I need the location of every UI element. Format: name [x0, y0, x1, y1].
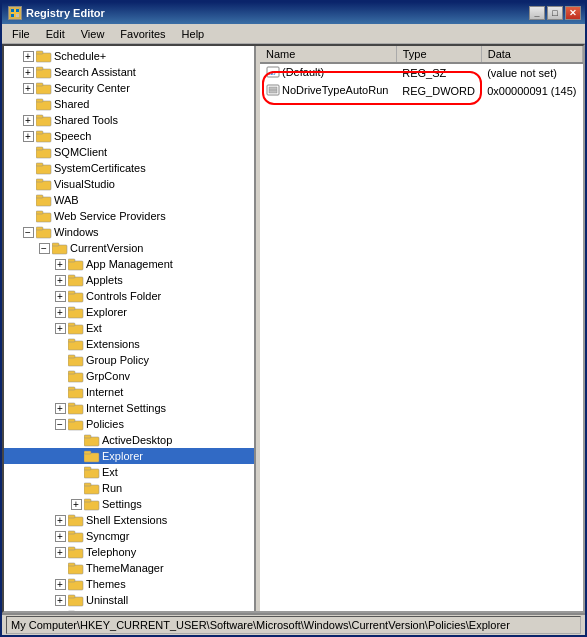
toggle-appmanagement[interactable]	[52, 256, 68, 272]
label-run: Run	[102, 482, 122, 494]
toggle-telephony[interactable]	[52, 544, 68, 560]
tree-item-settings[interactable]: Settings	[4, 496, 254, 512]
toggle-policies[interactable]	[52, 416, 68, 432]
tree-item-uninstall[interactable]: Uninstall	[4, 592, 254, 608]
tree-item-grpconv[interactable]: GrpConv	[4, 368, 254, 384]
svg-rect-7	[36, 69, 51, 78]
toggle-uninstall[interactable]	[52, 592, 68, 608]
label-extensions: Extensions	[86, 338, 140, 350]
tree-pane[interactable]: Schedule+ Search Assistant Security Cent…	[4, 46, 256, 611]
toggle-sharedtools[interactable]	[20, 112, 36, 128]
tree-item-extensions[interactable]: Extensions	[4, 336, 254, 352]
folder-icon	[68, 529, 84, 543]
toggle-explorer[interactable]	[52, 304, 68, 320]
menu-view[interactable]: View	[75, 26, 111, 42]
folder-icon	[68, 577, 84, 591]
tree-item-schedule[interactable]: Schedule+	[4, 48, 254, 64]
tree-item-controlsfolder[interactable]: Controls Folder	[4, 288, 254, 304]
tree-item-policies[interactable]: Policies	[4, 416, 254, 432]
tree-item-systemcerts[interactable]: SystemCertificates	[4, 160, 254, 176]
tree-item-grouppolicy[interactable]: Group Policy	[4, 352, 254, 368]
svg-rect-63	[68, 517, 83, 526]
toggle-controlsfolder[interactable]	[52, 288, 68, 304]
toggle-internetsettings[interactable]	[52, 400, 68, 416]
string-icon: ab	[266, 65, 280, 79]
toggle-securitycenter[interactable]	[20, 80, 36, 96]
tree-item-wab[interactable]: WAB	[4, 192, 254, 208]
svg-rect-41	[68, 341, 83, 350]
tree-item-themes[interactable]: Themes	[4, 576, 254, 592]
svg-rect-71	[68, 581, 83, 590]
toggle-syncmgr[interactable]	[52, 528, 68, 544]
tree-item-sharedtools[interactable]: Shared Tools	[4, 112, 254, 128]
toggle-applets[interactable]	[52, 272, 68, 288]
svg-rect-31	[68, 261, 83, 270]
label-activedesktop: ActiveDesktop	[102, 434, 172, 446]
toggle-internet	[52, 384, 68, 400]
toggle-searchassistant[interactable]	[20, 64, 36, 80]
tree-item-applets[interactable]: Applets	[4, 272, 254, 288]
table-row[interactable]: ab (Default) REG_SZ (value not set)	[260, 63, 583, 82]
tree-item-thememanager[interactable]: ThemeManager	[4, 560, 254, 576]
label-systemcerts: SystemCertificates	[54, 162, 146, 174]
label-applets: Applets	[86, 274, 123, 286]
toggle-speech[interactable]	[20, 128, 36, 144]
tree-item-ext2[interactable]: Ext	[4, 464, 254, 480]
tree-item-shared[interactable]: Shared	[4, 96, 254, 112]
tree-item-sqmclient[interactable]: SQMClient	[4, 144, 254, 160]
tree-item-appmanagement[interactable]: App Management	[4, 256, 254, 272]
folder-icon-open	[52, 241, 68, 255]
tree-item-run[interactable]: Run	[4, 480, 254, 496]
toggle-unreadmail[interactable]	[52, 608, 68, 611]
menu-edit[interactable]: Edit	[40, 26, 71, 42]
toggle-ext[interactable]	[52, 320, 68, 336]
tree-item-internet[interactable]: Internet	[4, 384, 254, 400]
menu-favorites[interactable]: Favorites	[114, 26, 171, 42]
toggle-currentversion[interactable]	[36, 240, 52, 256]
tree-item-windows[interactable]: Windows	[4, 224, 254, 240]
tree-item-telephony[interactable]: Telephony	[4, 544, 254, 560]
content-area: Schedule+ Search Assistant Security Cent…	[2, 44, 585, 613]
tree-item-webserviceproviders[interactable]: Web Service Providers	[4, 208, 254, 224]
menu-help[interactable]: Help	[176, 26, 211, 42]
label-syncmgr: Syncmgr	[86, 530, 129, 542]
toggle-shellextensions[interactable]	[52, 512, 68, 528]
menu-bar: File Edit View Favorites Help	[2, 24, 585, 44]
tree-item-visualstudio[interactable]: VisualStudio	[4, 176, 254, 192]
folder-icon	[36, 193, 52, 207]
folder-icon	[36, 129, 52, 143]
tree-item-currentversion[interactable]: CurrentVersion	[4, 240, 254, 256]
close-button[interactable]: ✕	[565, 6, 581, 20]
tree-item-unreadmail[interactable]: UnreadMail	[4, 608, 254, 611]
tree-item-ext[interactable]: Ext	[4, 320, 254, 336]
table-row[interactable]: NoDriveTypeAutoRun REG_DWORD 0x00000091 …	[260, 82, 583, 100]
label-explorer: Explorer	[86, 306, 127, 318]
svg-rect-25	[36, 213, 51, 222]
tree-item-activedesktop[interactable]: ActiveDesktop	[4, 432, 254, 448]
toggle-settings[interactable]	[68, 496, 84, 512]
toggle-themes[interactable]	[52, 576, 68, 592]
tree-item-shellextensions[interactable]: Shell Extensions	[4, 512, 254, 528]
reg-data-nodriveautorun: 0x00000091 (145)	[481, 82, 582, 100]
menu-file[interactable]: File	[6, 26, 36, 42]
toggle-windows[interactable]	[20, 224, 36, 240]
tree-item-searchassistant[interactable]: Search Assistant	[4, 64, 254, 80]
svg-rect-62	[84, 499, 91, 502]
tree-item-syncmgr[interactable]: Syncmgr	[4, 528, 254, 544]
label-internetsettings: Internet Settings	[86, 402, 166, 414]
tree-item-internetsettings[interactable]: Internet Settings	[4, 400, 254, 416]
tree-item-explorer[interactable]: Explorer	[4, 304, 254, 320]
toggle-grpconv	[52, 368, 68, 384]
tree-item-securitycenter[interactable]: Security Center	[4, 80, 254, 96]
toggle-schedule[interactable]	[20, 48, 36, 64]
maximize-button[interactable]: □	[547, 6, 563, 20]
tree-item-speech[interactable]: Speech	[4, 128, 254, 144]
tree-item-policies-explorer[interactable]: Explorer	[4, 448, 254, 464]
minimize-button[interactable]: _	[529, 6, 545, 20]
folder-icon	[36, 177, 52, 191]
svg-rect-72	[68, 579, 75, 582]
folder-icon	[68, 545, 84, 559]
svg-rect-1	[11, 9, 14, 12]
svg-rect-56	[84, 451, 91, 454]
svg-rect-9	[36, 85, 51, 94]
